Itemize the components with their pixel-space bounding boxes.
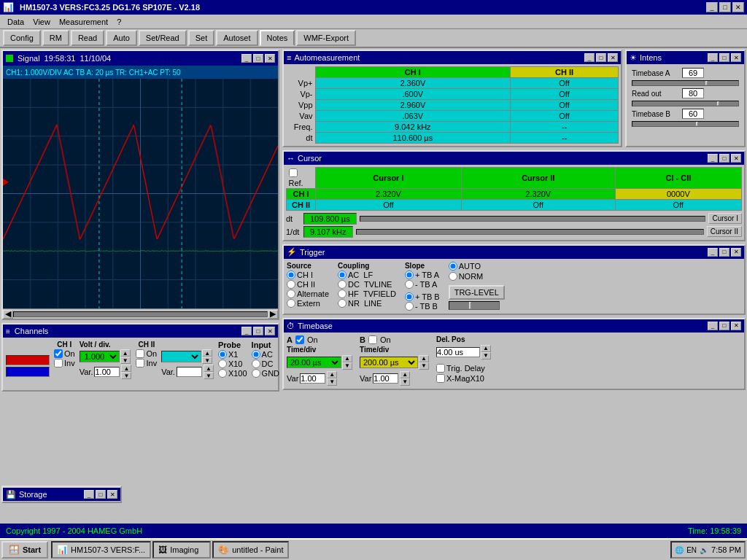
intens-tbb-slider[interactable] [632, 121, 739, 127]
ch1-volt-up[interactable]: ▲ [120, 349, 131, 357]
timebase-var-a-input[interactable] [300, 373, 325, 384]
ch2-inv-checkbox[interactable] [136, 359, 144, 368]
timebase-a-select[interactable]: 20.00 µs [287, 357, 341, 368]
storage-minimize[interactable]: _ [84, 490, 94, 499]
trig-slope-tbb-pos[interactable] [405, 292, 414, 301]
intens-tbb-input[interactable] [682, 109, 704, 119]
timebase-close[interactable]: ✕ [731, 322, 741, 330]
intens-maximize[interactable]: □ [719, 53, 729, 62]
ch2-var-up[interactable]: ▲ [204, 365, 214, 372]
taskbar-item-imaging[interactable]: 🖼 Imaging [152, 541, 211, 559]
cursor-maximize[interactable]: □ [719, 154, 729, 163]
input1-ac[interactable] [252, 350, 260, 359]
tab-wmf[interactable]: WMF-Export [296, 30, 356, 46]
trig-slope-tbb-neg[interactable] [405, 302, 414, 311]
taskbar-item-hm1507[interactable]: 📊 HM1507-3 VERS:F... [51, 541, 151, 559]
am-maximize[interactable]: □ [596, 53, 606, 62]
timebase-maximize[interactable]: □ [719, 322, 729, 330]
cursor-minimize[interactable]: _ [708, 154, 718, 163]
channels-maximize[interactable]: □ [253, 327, 263, 335]
ch1-var-down[interactable]: ▼ [121, 372, 131, 379]
tab-setread[interactable]: Set/Read [139, 30, 187, 46]
input1-dc[interactable] [252, 359, 260, 368]
timebase-var-b-up[interactable]: ▲ [400, 371, 410, 378]
timebase-var-b-input[interactable] [373, 373, 398, 384]
ch2-volt-select[interactable] [161, 351, 201, 362]
channels-minimize[interactable]: _ [241, 327, 252, 335]
trg-level-button[interactable]: TRG-LEVEL [449, 285, 505, 300]
trigger-minimize[interactable]: _ [708, 248, 718, 257]
ch2-volt-down[interactable]: ▼ [202, 357, 212, 364]
trig-mode-auto[interactable] [449, 262, 457, 271]
probe1-x1[interactable] [218, 350, 227, 359]
scroll-right[interactable]: ▶ [268, 310, 278, 319]
trig-coup-hf[interactable] [338, 289, 347, 298]
trig-src-ch2[interactable] [287, 280, 295, 289]
scroll-left[interactable]: ◀ [3, 310, 13, 319]
trigger-maximize[interactable]: □ [719, 248, 729, 257]
am-minimize[interactable]: _ [584, 53, 595, 62]
ch1-var-input[interactable] [94, 367, 120, 377]
tab-rm[interactable]: RM [42, 30, 69, 46]
timebase-var-a-down[interactable]: ▼ [327, 378, 337, 386]
tab-auto[interactable]: Auto [106, 30, 137, 46]
intens-readout-slider[interactable] [632, 101, 739, 106]
trig-coup-dc[interactable] [338, 280, 347, 289]
menu-data[interactable]: Data [3, 16, 28, 28]
trig-slope-tba-neg[interactable] [405, 280, 414, 289]
signal-close[interactable]: ✕ [265, 54, 275, 63]
tab-read[interactable]: Read [71, 30, 104, 46]
trig-src-ch1[interactable] [287, 271, 295, 279]
timebase-delpos-input[interactable] [436, 347, 480, 357]
ch2-volt-up[interactable]: ▲ [202, 349, 212, 357]
am-close[interactable]: ✕ [608, 53, 618, 62]
scroll-track[interactable] [13, 311, 268, 317]
taskbar-item-paint[interactable]: 🎨 untitled - Paint [212, 541, 289, 559]
ch1-inv-checkbox[interactable] [54, 359, 63, 368]
ch1-volt-select[interactable]: 1.000 [80, 351, 120, 362]
cursor-dt-slider[interactable] [360, 216, 706, 222]
tab-set[interactable]: Set [188, 30, 215, 46]
cursor2-btn[interactable]: Cursor II [461, 168, 615, 189]
trig-coup-nr[interactable] [338, 299, 347, 308]
timebase-b-down[interactable]: ▼ [419, 362, 429, 370]
maximize-button[interactable]: □ [719, 2, 731, 12]
timebase-b-up[interactable]: ▲ [419, 355, 429, 362]
storage-close[interactable]: ✕ [107, 490, 117, 499]
start-button[interactable]: 🪟 Start [1, 541, 48, 559]
trig-slope-tba-pos[interactable] [405, 271, 414, 279]
trig-src-alt[interactable] [287, 289, 295, 298]
ch2-var-down[interactable]: ▼ [204, 372, 214, 379]
close-button[interactable]: ✕ [732, 2, 744, 12]
cursor-ref-checkbox[interactable] [289, 168, 298, 177]
tab-config[interactable]: Config [3, 30, 41, 46]
timebase-a-on[interactable] [295, 335, 304, 344]
timebase-delpos-up[interactable]: ▲ [481, 345, 491, 352]
trig-delay-checkbox[interactable] [436, 364, 445, 373]
timebase-a-up[interactable]: ▲ [342, 355, 352, 362]
timebase-b-select[interactable]: 200.00 µs [360, 357, 418, 368]
intens-minimize[interactable]: _ [708, 53, 718, 62]
tab-autoset[interactable]: Autoset [216, 30, 258, 46]
trig-coup-ac[interactable] [338, 271, 347, 279]
timebase-var-a-up[interactable]: ▲ [327, 371, 337, 378]
trg-level-slider[interactable] [449, 301, 500, 310]
intens-tba-slider[interactable] [632, 80, 739, 86]
timebase-var-b-down[interactable]: ▼ [400, 378, 410, 386]
probe1-x100[interactable] [218, 369, 227, 378]
channels-close[interactable]: ✕ [265, 327, 275, 335]
menu-measurement[interactable]: Measurement [55, 16, 112, 28]
cursor1-scroll-btn[interactable]: Cursor I [708, 213, 742, 224]
timebase-delpos-down[interactable]: ▼ [481, 352, 491, 359]
timebase-b-on[interactable] [368, 335, 377, 344]
ch1-on-checkbox[interactable] [54, 349, 63, 358]
cursor2-scroll-btn[interactable]: Cursor II [707, 226, 742, 237]
trig-mode-norm[interactable] [449, 272, 457, 281]
storage-maximize[interactable]: □ [96, 490, 106, 499]
cursor-close[interactable]: ✕ [731, 154, 741, 163]
tab-notes[interactable]: Notes [260, 30, 295, 46]
ch2-var-input[interactable] [177, 367, 202, 377]
ch1-var-up[interactable]: ▲ [121, 365, 131, 372]
timebase-a-down[interactable]: ▼ [342, 362, 352, 370]
cursor1-btn[interactable]: Cursor I [316, 168, 462, 189]
